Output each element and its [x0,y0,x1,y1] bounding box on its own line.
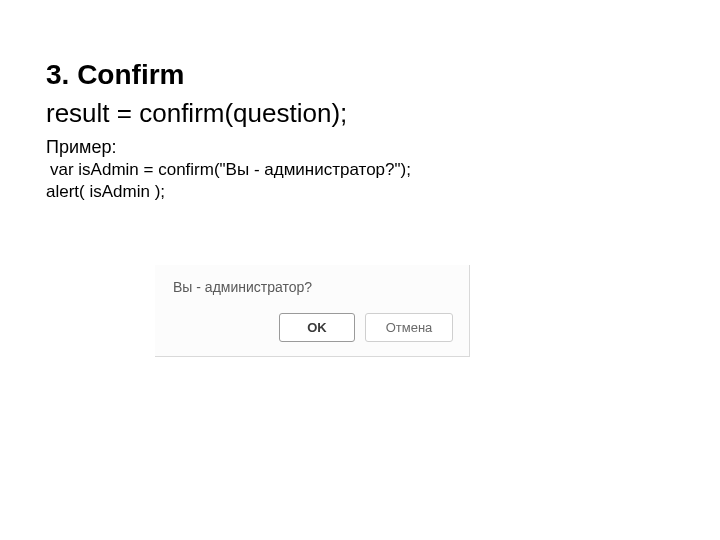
code-line-1: var isAdmin = confirm("Вы - администрато… [50,160,674,180]
ok-button[interactable]: OK [279,313,355,342]
section-heading: 3. Confirm [46,58,674,92]
dialog-button-row: OK Отмена [173,313,453,342]
syntax-line: result = confirm(question); [46,98,674,129]
slide: 3. Confirm result = confirm(question); П… [0,0,720,540]
confirm-dialog: Вы - администратор? OK Отмена [155,265,470,357]
confirm-dialog-illustration: Вы - администратор? OK Отмена [155,265,470,357]
code-line-2: alert( isAdmin ); [46,182,674,202]
dialog-message: Вы - администратор? [173,279,453,295]
example-label: Пример: [46,137,674,158]
cancel-button[interactable]: Отмена [365,313,453,342]
